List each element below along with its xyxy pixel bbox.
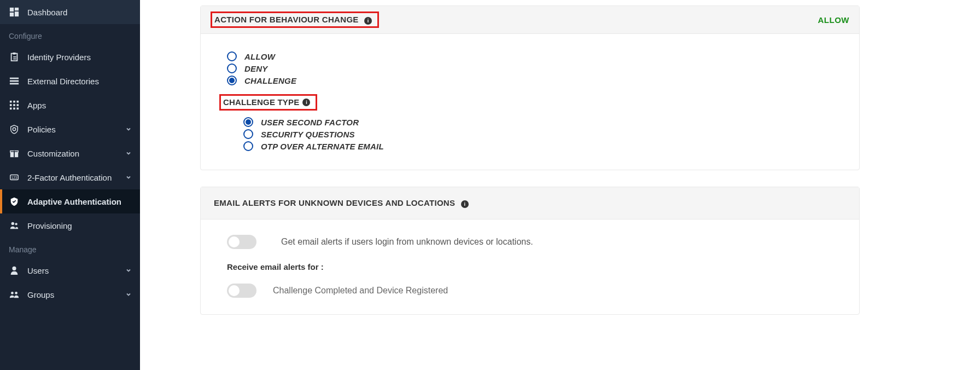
highlight-box: ACTION FOR BEHAVIOUR CHANGE i — [211, 11, 379, 28]
shield-check-icon — [9, 196, 20, 207]
svg-rect-16 — [10, 108, 12, 110]
card-status-allow: ALLOW — [818, 15, 849, 25]
sidebar-item-label: Apps — [27, 101, 131, 110]
radio-row-allow[interactable]: ALLOW — [227, 51, 833, 61]
svg-rect-3 — [15, 11, 19, 16]
radio-label: DENY — [244, 64, 267, 73]
chevron-down-icon — [126, 126, 131, 132]
grid-icon — [9, 100, 20, 111]
svg-point-29 — [15, 292, 18, 294]
dashboard-icon — [9, 7, 20, 18]
card-header: ACTION FOR BEHAVIOUR CHANGE i ALLOW — [201, 6, 859, 34]
challenge-type-title: CHALLENGE TYPE i — [223, 97, 310, 107]
card-title-text: EMAIL ALERTS FOR UNKNOWN DEVICES AND LOC… — [214, 198, 455, 207]
svg-point-19 — [13, 128, 15, 130]
info-icon[interactable]: i — [461, 200, 469, 208]
card-title: EMAIL ALERTS FOR UNKNOWN DEVICES AND LOC… — [214, 198, 469, 208]
radio-icon — [243, 129, 253, 139]
radio-icon — [243, 117, 253, 127]
svg-rect-1 — [15, 8, 19, 10]
svg-rect-5 — [13, 56, 16, 57]
card-header: EMAIL ALERTS FOR UNKNOWN DEVICES AND LOC… — [201, 187, 859, 219]
svg-point-28 — [11, 292, 14, 294]
sidebar-item-apps[interactable]: Apps — [0, 93, 140, 117]
svg-rect-22 — [14, 151, 15, 158]
sidebar-item-provisioning[interactable]: Provisioning — [0, 213, 140, 238]
radio-label: SECURITY QUESTIONS — [261, 130, 355, 139]
gift-icon — [9, 148, 20, 159]
hash-icon: 123 — [9, 172, 20, 183]
sidebar-item-users[interactable]: Users — [0, 258, 140, 282]
radio-icon — [227, 63, 237, 73]
radio-group-challenge-type: USER SECOND FACTOR SECURITY QUESTIONS OT… — [243, 117, 833, 151]
sidebar-item-label: 2-Factor Authentication — [27, 173, 126, 182]
sidebar-item-adaptive-auth[interactable]: Adaptive Authentication — [0, 189, 140, 213]
svg-rect-15 — [17, 104, 19, 106]
sidebar-item-groups[interactable]: Groups — [0, 282, 140, 307]
svg-rect-17 — [13, 108, 15, 110]
svg-rect-12 — [17, 101, 19, 103]
user-icon — [9, 265, 20, 276]
svg-rect-6 — [13, 59, 16, 60]
svg-rect-0 — [10, 8, 14, 11]
svg-rect-2 — [10, 13, 14, 16]
toggle-description: Get email alerts if users login from unk… — [281, 237, 533, 247]
info-icon[interactable]: i — [364, 17, 372, 25]
chevron-down-icon — [126, 268, 131, 273]
svg-rect-4 — [13, 53, 15, 55]
radio-row-security-questions[interactable]: SECURITY QUESTIONS — [243, 129, 833, 139]
sidebar: Dashboard Configure Identity Providers E… — [0, 0, 140, 370]
toggle-challenge-completed[interactable] — [227, 284, 256, 298]
card-action-behaviour: ACTION FOR BEHAVIOUR CHANGE i ALLOW ALLO… — [200, 5, 860, 170]
sidebar-item-label: Policies — [27, 125, 126, 134]
toggle-row: Get email alerts if users login from unk… — [227, 235, 833, 249]
chevron-down-icon — [126, 175, 131, 180]
sidebar-item-customization[interactable]: Customization — [0, 141, 140, 165]
challenge-type-label: CHALLENGE TYPE — [223, 97, 299, 107]
radio-row-second-factor[interactable]: USER SECOND FACTOR — [243, 117, 833, 127]
receive-alerts-label: Receive email alerts for : — [227, 262, 833, 271]
radio-label: OTP OVER ALTERNATE EMAIL — [261, 142, 384, 151]
radio-icon — [227, 76, 237, 85]
sidebar-item-2fa[interactable]: 123 2-Factor Authentication — [0, 165, 140, 189]
clipboard-icon — [9, 51, 20, 62]
svg-rect-11 — [13, 101, 15, 103]
shield-q-icon — [9, 124, 20, 135]
svg-rect-18 — [17, 108, 19, 110]
alert-option-label: Challenge Completed and Device Registere… — [273, 286, 448, 296]
alert-option-row: Challenge Completed and Device Registere… — [227, 284, 833, 298]
sidebar-item-dashboard[interactable]: Dashboard — [0, 0, 140, 24]
sidebar-item-label: Dashboard — [27, 8, 131, 17]
sidebar-section-manage: Manage — [0, 238, 140, 258]
sidebar-item-label: Customization — [27, 149, 126, 158]
svg-rect-8 — [10, 80, 19, 82]
card-title: ACTION FOR BEHAVIOUR CHANGE — [214, 15, 359, 24]
sidebar-item-external-directories[interactable]: External Directories — [0, 69, 140, 93]
radio-row-deny[interactable]: DENY — [227, 63, 833, 73]
radio-label: CHALLENGE — [244, 76, 296, 85]
svg-text:123: 123 — [11, 176, 18, 180]
svg-point-25 — [11, 222, 14, 225]
radio-row-otp-email[interactable]: OTP OVER ALTERNATE EMAIL — [243, 141, 833, 151]
sidebar-item-identity-providers[interactable]: Identity Providers — [0, 45, 140, 69]
people-icon — [9, 220, 20, 231]
sidebar-section-configure: Configure — [0, 24, 140, 45]
toggle-email-alerts[interactable] — [227, 235, 256, 249]
svg-point-26 — [15, 223, 17, 225]
svg-rect-13 — [10, 104, 12, 106]
info-icon[interactable]: i — [302, 99, 310, 106]
chevron-down-icon — [126, 292, 131, 297]
radio-group-action: ALLOW DENY CHALLENGE — [227, 51, 833, 85]
svg-rect-14 — [13, 104, 15, 106]
sidebar-item-label: Identity Providers — [27, 53, 131, 62]
radio-icon — [243, 141, 253, 151]
sidebar-item-policies[interactable]: Policies — [0, 117, 140, 141]
svg-rect-9 — [10, 83, 19, 85]
group-icon — [9, 289, 20, 300]
sidebar-item-label: Adaptive Authentication — [27, 197, 131, 206]
radio-row-challenge[interactable]: CHALLENGE — [227, 76, 833, 85]
svg-rect-7 — [10, 78, 19, 79]
sidebar-item-label: Provisioning — [27, 221, 131, 230]
sidebar-item-label: Groups — [27, 290, 126, 299]
highlight-box: CHALLENGE TYPE i — [219, 94, 317, 111]
